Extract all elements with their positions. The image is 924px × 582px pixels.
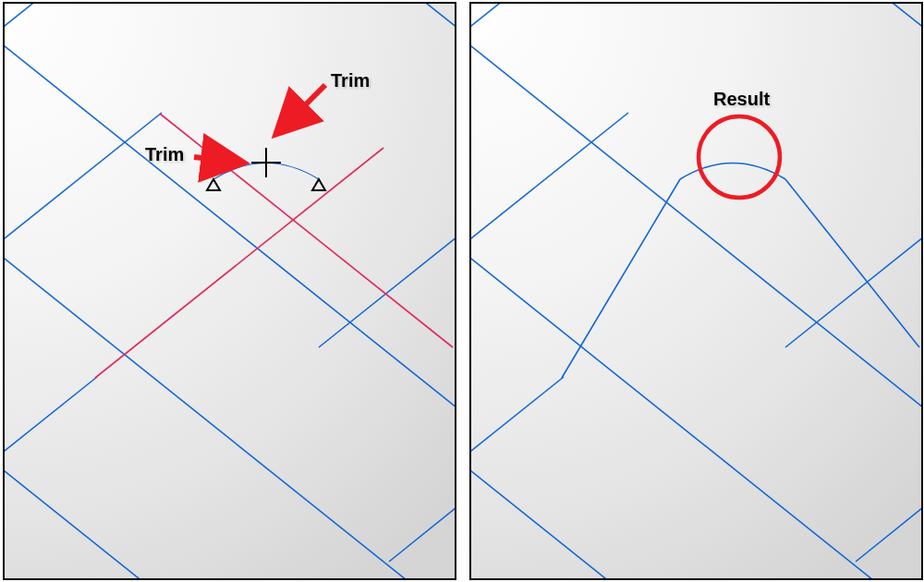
svg-line-5	[5, 442, 236, 578]
svg-line-21	[856, 455, 921, 562]
svg-line-10	[160, 114, 453, 347]
svg-line-1	[5, 113, 162, 268]
svg-line-0	[5, 4, 79, 55]
svg-line-19	[870, 4, 921, 79]
result-callout-circle	[699, 116, 780, 198]
after-drawing	[471, 4, 921, 578]
svg-line-3	[5, 17, 455, 438]
before-drawing	[5, 4, 455, 578]
label-result: Result	[713, 89, 770, 110]
before-panel: Trim Trim	[3, 2, 456, 580]
svg-line-6	[404, 4, 455, 79]
svg-line-14	[471, 113, 628, 268]
svg-line-7	[319, 185, 455, 347]
svg-line-15	[471, 377, 564, 480]
svg-line-16	[471, 17, 921, 438]
label-trim-left: Trim	[145, 144, 184, 165]
svg-line-22	[562, 179, 680, 378]
arrow-left	[194, 157, 242, 163]
diagram-stage: Trim Trim Result	[0, 0, 924, 582]
blue-lines	[5, 4, 455, 578]
svg-line-23	[785, 179, 919, 347]
svg-line-2	[5, 377, 97, 480]
trim-arrows	[194, 85, 325, 163]
svg-line-9	[95, 148, 383, 378]
svg-line-8	[389, 455, 455, 562]
svg-line-13	[471, 4, 545, 55]
arrow-top	[277, 85, 325, 133]
blue-lines-result	[471, 4, 921, 578]
label-trim-top: Trim	[331, 70, 370, 91]
svg-line-18	[471, 442, 702, 578]
trim-cursor	[207, 148, 325, 190]
after-panel: Result	[469, 2, 923, 580]
